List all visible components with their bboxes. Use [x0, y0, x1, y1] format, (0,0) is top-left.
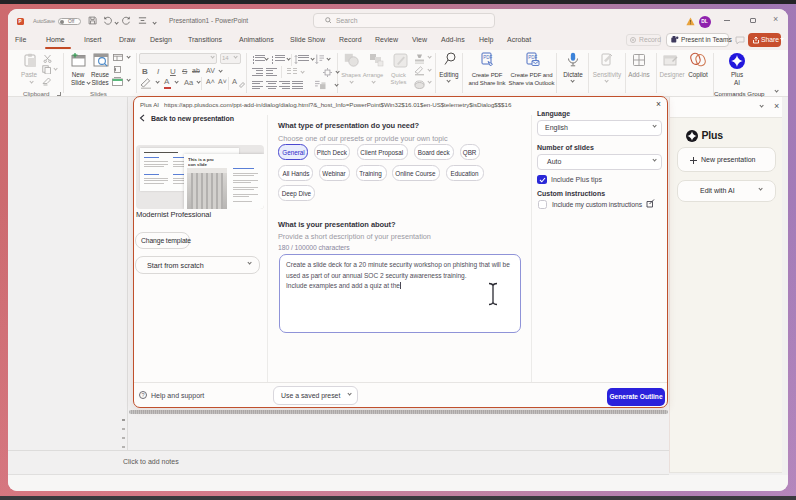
svg-text:PDF: PDF — [528, 55, 537, 60]
svg-text:PDF: PDF — [483, 55, 492, 60]
